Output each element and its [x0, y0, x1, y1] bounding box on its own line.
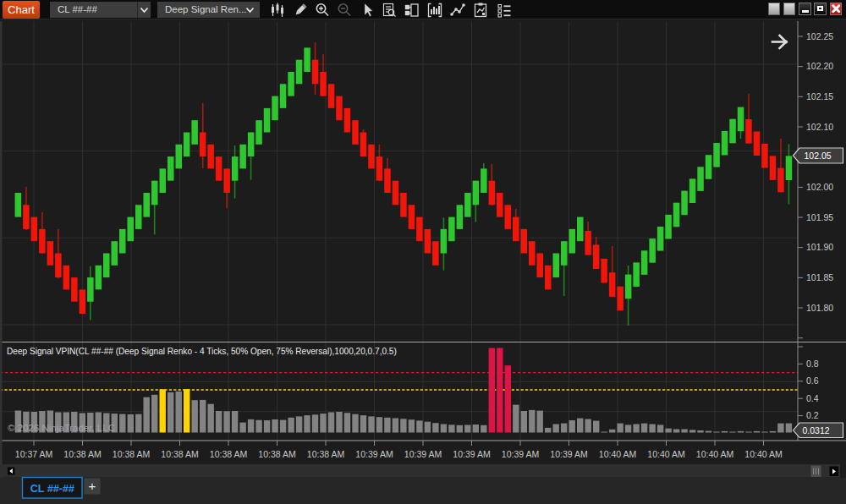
svg-text:102.00: 102.00	[806, 182, 833, 192]
svg-text:10:38 AM: 10:38 AM	[307, 449, 344, 459]
svg-text:10:39 AM: 10:39 AM	[355, 449, 393, 459]
svg-text:10:40 AM: 10:40 AM	[599, 449, 636, 459]
svg-text:102.10: 102.10	[806, 122, 833, 132]
svg-text:10:39 AM: 10:39 AM	[453, 449, 490, 459]
svg-text:102.25: 102.25	[806, 31, 833, 41]
svg-text:0.0312: 0.0312	[803, 425, 830, 436]
svg-text:0.2: 0.2	[806, 410, 819, 420]
svg-text:101.95: 101.95	[806, 212, 833, 222]
svg-text:10:38 AM: 10:38 AM	[161, 449, 198, 459]
svg-text:10:40 AM: 10:40 AM	[696, 449, 733, 459]
svg-text:10:39 AM: 10:39 AM	[404, 449, 442, 459]
svg-text:101.80: 101.80	[806, 303, 833, 313]
svg-text:10:40 AM: 10:40 AM	[647, 449, 684, 459]
svg-text:101.90: 101.90	[806, 242, 833, 252]
svg-text:10:37 AM: 10:37 AM	[15, 449, 52, 459]
svg-text:102.05: 102.05	[805, 151, 832, 161]
svg-text:0.6: 0.6	[806, 375, 819, 386]
svg-text:10:38 AM: 10:38 AM	[63, 449, 101, 459]
svg-text:0.4: 0.4	[806, 393, 819, 403]
svg-text:10:38 AM: 10:38 AM	[210, 449, 247, 459]
svg-text:CL ##-##: CL ##-##	[30, 483, 74, 495]
svg-text:10:39 AM: 10:39 AM	[502, 449, 539, 459]
svg-text:0.8: 0.8	[806, 359, 819, 369]
svg-text:102.15: 102.15	[806, 91, 833, 101]
svg-text:Deep Signal VPIN(CL ##-## (Dee: Deep Signal VPIN(CL ##-## (Deep Signal R…	[7, 347, 397, 356]
svg-text:© 2026 NinjaTrader, LLC: © 2026 NinjaTrader, LLC	[8, 423, 115, 433]
svg-text:10:38 AM: 10:38 AM	[258, 449, 295, 459]
svg-text:101.85: 101.85	[806, 272, 833, 282]
svg-text:10:39 AM: 10:39 AM	[550, 449, 587, 459]
svg-text:10:38 AM: 10:38 AM	[113, 449, 150, 459]
svg-text:+: +	[89, 479, 96, 493]
svg-text:10:40 AM: 10:40 AM	[744, 449, 782, 459]
svg-text:102.20: 102.20	[806, 61, 833, 71]
